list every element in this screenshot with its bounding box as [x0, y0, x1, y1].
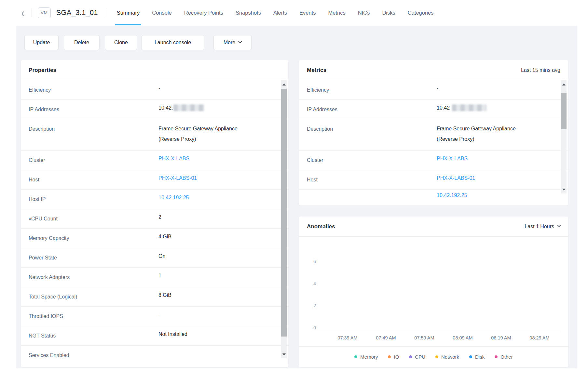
memory-dot-icon — [354, 355, 357, 358]
property-row-power-state: Power State On — [21, 248, 288, 268]
property-row-efficiency: Efficiency - — [21, 80, 288, 100]
scroll-up-arrow-icon[interactable] — [561, 80, 567, 88]
y-axis-tick: 4 — [299, 281, 316, 286]
legend-item-network[interactable]: Network — [435, 354, 459, 360]
x-axis-line — [312, 332, 560, 332]
io-dot-icon — [388, 355, 391, 358]
vm-type-badge: VM — [38, 7, 51, 18]
property-row-host-ip: Host IP 10.42.192.25 — [21, 190, 288, 209]
metrics-scrollbar-thumb[interactable] — [561, 93, 567, 129]
chevron-down-icon — [239, 39, 242, 43]
back-chevron-icon[interactable]: ‹ — [20, 7, 26, 18]
cluster-link[interactable]: PHX-X-LABS — [158, 155, 274, 162]
tab-metrics[interactable]: Metrics — [322, 0, 352, 25]
metrics-scrollbar[interactable] — [561, 80, 567, 193]
disk-dot-icon — [469, 355, 472, 358]
x-axis-tick: 08:19 AM — [491, 335, 512, 340]
tab-recovery-points[interactable]: Recovery Points — [178, 0, 229, 25]
host-link[interactable]: PHX-X-LABS-01 — [437, 175, 554, 181]
host-link[interactable]: PHX-X-LABS-01 — [158, 175, 274, 181]
x-axis-tick: 08:09 AM — [452, 335, 473, 340]
property-row-vcpu-count: vCPU Count 2 — [21, 209, 288, 229]
anomalies-panel-header: Anomalies Last 1 Hours — [299, 217, 568, 237]
tab-bar: Summary Console Recovery Points Snapshot… — [111, 0, 440, 25]
scroll-down-arrow-icon[interactable] — [281, 351, 287, 358]
other-dot-icon — [495, 355, 498, 358]
properties-panel-body: Efficiency - IP Addresses 10.42. Descrip… — [21, 80, 288, 358]
property-row-cluster: Cluster PHX-X-LABS — [21, 151, 288, 170]
metric-row-efficiency: Efficiency - — [299, 80, 568, 100]
more-button-label: More — [224, 40, 235, 46]
chevron-down-icon — [557, 223, 561, 227]
property-row-total-space: Total Space (Logical) 8 GiB — [21, 287, 288, 307]
x-axis-tick: 07:39 AM — [337, 335, 358, 340]
tab-nics[interactable]: NICs — [352, 0, 376, 25]
metrics-panel-body: Efficiency - IP Addresses 10.42 Descript… — [299, 80, 568, 197]
anomalies-panel: Anomalies Last 1 Hours 6 4 2 0 07:39 AM … — [299, 217, 568, 367]
divider — [32, 8, 32, 17]
legend-item-other[interactable]: Other — [495, 354, 513, 360]
properties-scrollbar-thumb[interactable] — [281, 89, 287, 337]
chart-legend: Memory IO CPU Network Disk — [299, 346, 568, 367]
property-row-services-enabled: Services Enabled — [21, 346, 288, 358]
property-row-ngt-status: NGT Status Not Installed — [21, 326, 288, 346]
redacted-ip-blur — [452, 104, 486, 111]
cpu-dot-icon — [409, 355, 412, 358]
property-row-throttled-iops: Throttled IOPS - — [21, 307, 288, 326]
host-ip-link[interactable]: 10.42.192.25 — [437, 192, 554, 197]
legend-item-cpu[interactable]: CPU — [409, 354, 425, 360]
y-axis-tick: 6 — [299, 259, 316, 264]
metrics-panel-title: Metrics — [307, 67, 326, 73]
update-button[interactable]: Update — [24, 35, 59, 50]
delete-button[interactable]: Delete — [64, 35, 100, 50]
property-row-ip-addresses: IP Addresses 10.42. — [21, 100, 288, 119]
vm-details-page: ‹ VM SGA_3.1_01 Summary Console Recovery… — [0, 0, 588, 384]
scroll-up-arrow-icon[interactable] — [281, 80, 287, 88]
properties-panel-header: Properties — [21, 60, 288, 80]
top-bar: ‹ VM SGA_3.1_01 Summary Console Recovery… — [0, 0, 588, 25]
tab-snapshots[interactable]: Snapshots — [229, 0, 267, 25]
tab-events[interactable]: Events — [293, 0, 322, 25]
tab-alerts[interactable]: Alerts — [267, 0, 293, 25]
time-range-value: Last 1 Hours — [525, 224, 554, 230]
time-range-dropdown[interactable]: Last 1 Hours — [525, 224, 560, 230]
properties-scrollbar[interactable] — [281, 80, 287, 358]
property-row-host: Host PHX-X-LABS-01 — [21, 170, 288, 190]
x-axis-labels: 07:39 AM 07:49 AM 07:59 AM 08:09 AM 08:1… — [337, 335, 550, 340]
metrics-panel-header: Metrics Last 15 mins avg — [299, 60, 568, 80]
metrics-avg-label: Last 15 mins avg — [521, 67, 560, 73]
properties-panel-title: Properties — [29, 67, 56, 73]
scroll-down-arrow-icon[interactable] — [561, 186, 567, 193]
page-title: SGA_3.1_01 — [56, 8, 98, 17]
metrics-panel: Metrics Last 15 mins avg Efficiency - IP… — [299, 60, 568, 205]
x-axis-tick: 07:49 AM — [376, 335, 396, 340]
launch-console-button[interactable]: Launch console — [141, 35, 204, 50]
metric-row-description: Description Frame Secure Gateway Applian… — [299, 119, 568, 151]
metric-row-host: Host PHX-X-LABS-01 — [299, 170, 568, 190]
tab-console[interactable]: Console — [146, 0, 178, 25]
content-area: Update Delete Clone Launch console More … — [16, 26, 577, 368]
more-button[interactable]: More — [213, 35, 252, 50]
clone-button[interactable]: Clone — [105, 35, 137, 50]
anomalies-panel-title: Anomalies — [307, 223, 335, 230]
property-row-memory-capacity: Memory Capacity 4 GiB — [21, 229, 288, 248]
properties-panel: Properties Efficiency - IP Addresses 10.… — [21, 60, 288, 367]
legend-item-memory[interactable]: Memory — [354, 354, 378, 360]
tab-categories[interactable]: Categories — [402, 0, 440, 25]
y-axis-tick: 2 — [299, 303, 316, 308]
tab-summary[interactable]: Summary — [111, 0, 146, 25]
x-axis-tick: 07:59 AM — [414, 335, 435, 340]
anomalies-chart: 6 4 2 0 07:39 AM 07:49 AM 07:59 AM 08:09… — [299, 237, 568, 346]
network-dot-icon — [435, 355, 438, 358]
redacted-ip-blur — [173, 104, 204, 111]
metric-row-host-ip-clipped: 10.42.192.25 — [299, 190, 568, 197]
cluster-link[interactable]: PHX-X-LABS — [437, 155, 554, 162]
divider — [105, 8, 105, 17]
host-ip-link[interactable]: 10.42.192.25 — [158, 194, 274, 201]
legend-item-disk[interactable]: Disk — [469, 354, 485, 360]
property-row-description: Description Frame Secure Gateway Applian… — [21, 119, 288, 151]
y-axis-tick: 0 — [299, 325, 316, 330]
legend-item-io[interactable]: IO — [388, 354, 399, 360]
tab-disks[interactable]: Disks — [376, 0, 401, 25]
property-row-network-adapters: Network Adapters 1 — [21, 268, 288, 287]
